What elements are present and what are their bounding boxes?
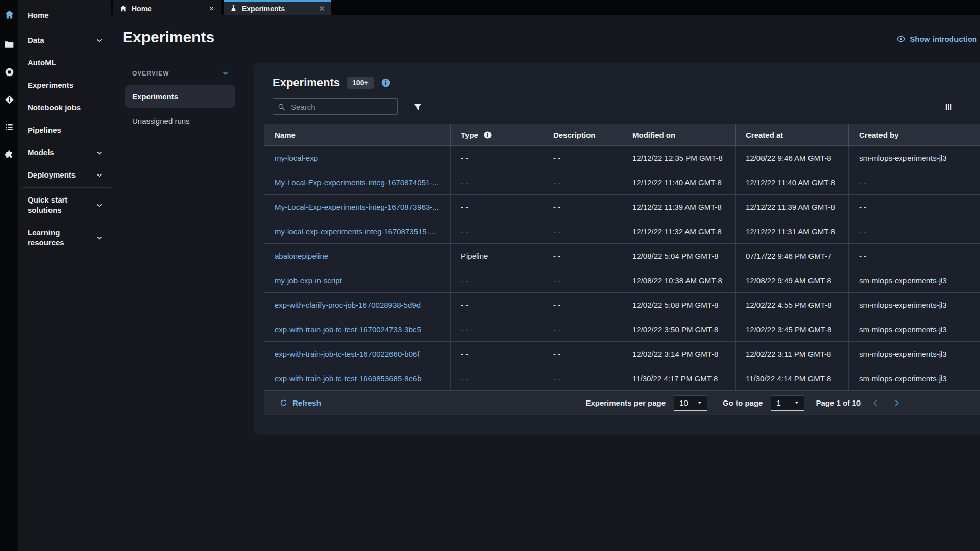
- experiment-name-link[interactable]: exp-with-train-job-tc-test-1669853685-8e…: [264, 366, 451, 391]
- per-page-label: Experiments per page: [585, 398, 666, 407]
- sidebar-item-data[interactable]: Data: [18, 29, 111, 52]
- goto-page-value: 1: [776, 398, 780, 407]
- tab-home[interactable]: Home: [113, 0, 221, 15]
- eye-icon: [896, 34, 906, 44]
- column-header-created-by[interactable]: Created by: [849, 124, 980, 146]
- column-header-label: Type: [461, 131, 478, 139]
- overview-section-label: OVERVIEW: [132, 70, 169, 77]
- table-row: exp-with-train-job-tc-test-1670024733-3b…: [264, 317, 980, 342]
- per-page-dropdown[interactable]: 10: [674, 395, 707, 411]
- table-cell: 12/08/22 9:49 AM GMT-8: [736, 268, 849, 293]
- table-cell: - -: [451, 317, 543, 342]
- folder-icon[interactable]: [0, 35, 18, 54]
- experiment-name-link[interactable]: my-local-exp: [264, 146, 451, 170]
- goto-page-dropdown[interactable]: 1: [771, 395, 804, 411]
- column-header-modified-on[interactable]: Modified on: [622, 124, 736, 146]
- secondary-nav: OVERVIEW ExperimentsUnassigned runs: [125, 69, 235, 134]
- running-circle-icon[interactable]: [0, 63, 18, 81]
- subnav-item-label: Experiments: [132, 92, 178, 101]
- column-header-label: Created at: [746, 131, 783, 139]
- table-body: my-local-exp- -- -12/12/22 12:35 PM GMT-…: [264, 146, 980, 391]
- experiment-name-link[interactable]: My-Local-Exp-experiments-integ-167087396…: [264, 195, 451, 219]
- chevron-down-icon: [95, 171, 103, 179]
- table-cell: 12/02/22 5:08 PM GMT-8: [622, 293, 736, 317]
- filter-icon[interactable]: [413, 102, 423, 112]
- table-cell: 12/02/22 3:11 PM GMT-8: [736, 342, 849, 366]
- experiment-name-link[interactable]: exp-with-train-job-tc-test-1670024733-3b…: [264, 317, 451, 342]
- info-icon[interactable]: [381, 78, 391, 88]
- pagination-controls: Experiments per page 10 Go to page 1 Pag…: [585, 395, 903, 411]
- caret-down-icon: [697, 399, 703, 406]
- home-icon[interactable]: [0, 5, 18, 23]
- overview-section-header[interactable]: OVERVIEW: [125, 69, 235, 77]
- close-icon[interactable]: [208, 5, 215, 12]
- table-row: exp-with-train-job-tc-test-1670022660-b0…: [264, 342, 980, 366]
- page-status: Page 1 of 10: [816, 398, 861, 407]
- table-cell: 12/02/22 3:45 PM GMT-8: [736, 317, 849, 342]
- previous-page-icon[interactable]: [869, 399, 882, 407]
- sidebar-item-learning-resources[interactable]: Learning resources: [18, 221, 111, 254]
- table-cell: 07/17/22 9:46 PM GMT-7: [736, 244, 849, 268]
- table-cell: 12/08/22 10:38 AM GMT-8: [622, 268, 736, 293]
- sidebar-item-notebook-jobs[interactable]: Notebook jobs: [18, 96, 111, 119]
- table-cell: - -: [543, 244, 622, 268]
- table-row: exp-with-train-job-tc-test-1669853685-8e…: [264, 366, 980, 391]
- table-row: My-Local-Exp-experiments-integ-167087396…: [264, 195, 980, 219]
- table-cell: 12/02/22 3:14 PM GMT-8: [622, 342, 736, 366]
- chevron-down-icon: [95, 234, 103, 242]
- sidebar-item-quick-start-solutions[interactable]: Quick start solutions: [18, 189, 111, 221]
- table-footer: Refresh Experiments per page 10 Go to pa…: [264, 391, 980, 415]
- table-cell: 12/12/22 11:31 AM GMT-8: [736, 219, 849, 244]
- sidebar-divider: [22, 187, 111, 188]
- table-cell: 12/12/22 11:40 AM GMT-8: [736, 170, 849, 195]
- count-badge: 100+: [347, 77, 374, 89]
- table-cell: - -: [543, 195, 622, 219]
- list-icon[interactable]: [0, 118, 18, 136]
- table-cell: 12/02/22 3:50 PM GMT-8: [622, 317, 736, 342]
- panel-title: Experiments: [273, 76, 340, 89]
- search-input[interactable]: [290, 102, 394, 112]
- subnav-item-label: Unassigned runs: [132, 117, 190, 126]
- tab-experiments[interactable]: Experiments: [224, 0, 331, 15]
- sidebar-divider: [22, 28, 111, 28]
- sidebar-item-label: Notebook jobs: [28, 103, 103, 113]
- table-cell: sm-mlops-experiments-jl3: [849, 146, 980, 170]
- content-area: Experiments Show introduction OVERVIEW E…: [111, 15, 980, 551]
- info-icon[interactable]: [483, 131, 492, 139]
- sidebar-item-automl[interactable]: AutoML: [18, 52, 111, 74]
- column-header-created-at[interactable]: Created at: [736, 124, 849, 146]
- table-cell: sm-mlops-experiments-jl3: [849, 268, 980, 293]
- table-cell: 12/08/22 5:04 PM GMT-8: [622, 244, 736, 268]
- column-settings-icon[interactable]: [944, 102, 953, 112]
- table-cell: - -: [451, 195, 543, 219]
- sidebar: HomeDataAutoMLExperimentsNotebook jobsPi…: [18, 0, 111, 551]
- show-introduction-button[interactable]: Show introduction: [896, 34, 977, 44]
- table-cell: - -: [451, 293, 543, 317]
- column-header-type[interactable]: Type: [451, 124, 543, 146]
- experiment-name-link[interactable]: exp-with-clarify-proc-job-1670028938-5d9…: [264, 293, 451, 317]
- experiment-name-link[interactable]: My-Local-Exp-experiments-integ-167087405…: [264, 170, 451, 195]
- subnav-item-experiments[interactable]: Experiments: [125, 85, 235, 108]
- subnav-item-unassigned-runs[interactable]: Unassigned runs: [125, 110, 235, 132]
- experiment-name-link[interactable]: my-local-exp-experiments-integ-167087351…: [264, 219, 451, 244]
- refresh-button[interactable]: Refresh: [279, 398, 321, 407]
- table-cell: - -: [849, 170, 980, 195]
- close-icon[interactable]: [318, 5, 325, 12]
- sidebar-item-deployments[interactable]: Deployments: [18, 164, 111, 186]
- experiment-name-link[interactable]: exp-with-train-job-tc-test-1670022660-b0…: [264, 342, 451, 366]
- git-icon[interactable]: [0, 90, 18, 109]
- table-cell: 12/12/22 12:35 PM GMT-8: [622, 146, 736, 170]
- sidebar-item-experiments[interactable]: Experiments: [18, 74, 111, 96]
- experiment-name-link[interactable]: abalonepipeline: [264, 244, 451, 268]
- puzzle-icon[interactable]: [0, 145, 18, 164]
- sidebar-item-models[interactable]: Models: [18, 141, 111, 164]
- sidebar-item-label: AutoML: [28, 58, 103, 68]
- column-header-name[interactable]: Name: [264, 124, 451, 146]
- column-header-description[interactable]: Description: [543, 124, 622, 146]
- sidebar-item-pipelines[interactable]: Pipelines: [18, 119, 111, 141]
- sidebar-item-label: Home: [28, 10, 103, 20]
- sidebar-item-home[interactable]: Home: [18, 4, 111, 27]
- next-page-icon[interactable]: [890, 399, 903, 407]
- experiment-name-link[interactable]: my-job-exp-in-script: [264, 268, 451, 293]
- tab-label: Home: [132, 5, 204, 13]
